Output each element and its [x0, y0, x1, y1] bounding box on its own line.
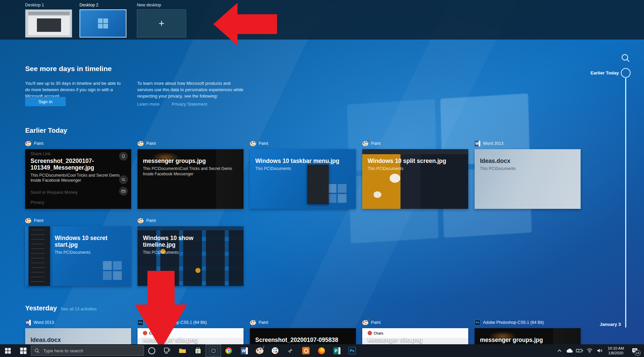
- word-icon: W: [475, 141, 480, 146]
- timeline-search-button[interactable]: [620, 53, 631, 65]
- paint-button[interactable]: [252, 344, 267, 357]
- task-view-icon: [164, 347, 170, 354]
- paint-icon: [255, 347, 264, 354]
- rail-january-3-label: January 3: [600, 322, 621, 327]
- privacy-statement-link[interactable]: Privacy Statement: [172, 102, 207, 107]
- photoshop-icon: Ps: [138, 320, 143, 325]
- new-desktop-button[interactable]: +: [137, 9, 186, 38]
- card-title: Screenshot_20200107-101349_Messenger.jpg: [31, 158, 126, 171]
- desktop-2-thumbnail[interactable]: [79, 9, 126, 38]
- task-view-button[interactable]: [159, 344, 175, 357]
- publisher-button[interactable]: P: [329, 344, 344, 357]
- card-decor-privacy: Privacy: [31, 200, 44, 205]
- search-input[interactable]: [43, 348, 140, 354]
- clock-date: 1/8/2020: [605, 351, 627, 355]
- taskbar: W ✂ P Ps: [0, 344, 644, 357]
- screenshot-app-icon: [302, 347, 310, 354]
- app-label: Paint: [259, 320, 268, 325]
- see-all-activities-link[interactable]: See all 13 activities: [61, 307, 97, 311]
- microsoft-store-button[interactable]: [190, 344, 206, 357]
- action-center-button[interactable]: 13: [627, 344, 642, 357]
- card-path: This PC\Documents: [255, 166, 351, 172]
- promo-title: See more days in timeline: [25, 65, 112, 73]
- paint-icon: [25, 140, 32, 146]
- photoshop-icon: Ps: [475, 320, 480, 325]
- pinned-windows-app-button[interactable]: [15, 344, 31, 357]
- windows-logo-icon: [5, 348, 11, 354]
- file-explorer-icon: [179, 348, 186, 354]
- activity-card[interactable]: Windows 10 split screen.jpg This PC\Docu…: [362, 149, 468, 209]
- card-path: This PC\Documents: [143, 250, 238, 255]
- screenshot-app-button[interactable]: [298, 344, 314, 357]
- file-explorer-button[interactable]: [175, 344, 190, 357]
- card-path: This PC\Documents\Cool Tricks and Secret…: [143, 166, 238, 177]
- paint-icon: [137, 140, 144, 146]
- activity-messenger-groups: Paint messenger groups.jpg This PC\Docum…: [138, 140, 244, 209]
- volume-button[interactable]: [595, 344, 604, 357]
- app-label: Paint: [146, 218, 156, 223]
- card-title: Windows 10 split screen.jpg: [368, 158, 463, 165]
- card-title: Screenshot_20200107-095838: [255, 337, 351, 344]
- activity-card[interactable]: Windows 10 taskbar menu.jpg This PC\Docu…: [250, 149, 356, 209]
- app-label: Word 2013: [34, 320, 54, 325]
- card-path: This PC\Documents: [368, 166, 463, 172]
- card-title: Ideas.docx: [480, 158, 575, 165]
- card-path: This PC\Documents: [480, 166, 575, 172]
- timeline-scrubber-handle[interactable]: [621, 68, 631, 78]
- card-path: This PC\Documents: [55, 250, 126, 255]
- photoshop-button[interactable]: Ps: [344, 344, 360, 357]
- card-decor-share-link: Share Link: [31, 152, 51, 156]
- app-label: Paint: [371, 320, 381, 325]
- card-title: Messenger site.png: [368, 337, 463, 344]
- tray-overflow-button[interactable]: [555, 344, 564, 357]
- desktop-1-label: Desktop 1: [25, 3, 44, 7]
- chrome-button[interactable]: [221, 344, 236, 357]
- cloud-icon: [566, 348, 573, 353]
- publisher-icon: P: [333, 347, 340, 354]
- photoshop-icon: Ps: [348, 347, 356, 354]
- activity-card[interactable]: Share Link Send or Request Money Privacy…: [25, 149, 131, 209]
- start-button[interactable]: [0, 344, 15, 357]
- word-button[interactable]: W: [236, 344, 252, 357]
- learn-more-link[interactable]: Learn more: [137, 102, 159, 107]
- rail-earlier-today-label: Earlier Today: [590, 70, 619, 75]
- slack-icon: [272, 347, 278, 354]
- desktop-1-thumbnail[interactable]: [25, 9, 72, 38]
- app-label: Paint: [146, 141, 156, 146]
- app-label: Paint: [371, 141, 381, 146]
- battery-button[interactable]: [575, 344, 584, 357]
- battery-icon: [576, 349, 583, 353]
- onedrive-button[interactable]: [565, 344, 574, 357]
- activity-secret-start: Paint Windows 10 secret start.jpg This P…: [25, 217, 131, 286]
- avatar-icon: [368, 331, 372, 335]
- app-label: Paint: [34, 141, 44, 146]
- desktop-2-label: Desktop 2: [79, 3, 98, 7]
- activity-card[interactable]: messenger groups.jpg This PC\Documents\C…: [138, 149, 244, 209]
- notification-count-badge: 13: [635, 350, 641, 356]
- paint-icon: [362, 319, 369, 325]
- scissors-icon: ✂: [286, 347, 294, 355]
- firefox-icon: [318, 347, 325, 354]
- app-label: Paint: [259, 141, 268, 146]
- plus-icon: +: [159, 18, 165, 29]
- card-decor-chats: Chats: [374, 331, 383, 335]
- slack-button[interactable]: [267, 344, 283, 357]
- card-path: This PC\Documents\Cool Tricks and Secret…: [31, 173, 126, 183]
- timeline-scrubber-track[interactable]: [625, 78, 626, 328]
- snipping-tool-button[interactable]: ✂: [283, 344, 298, 357]
- sign-in-button[interactable]: Sign in: [25, 97, 66, 106]
- activity-card[interactable]: Ideas.docx This PC\Documents: [475, 149, 581, 209]
- paint-icon: [25, 218, 32, 224]
- earlier-today-heading: Earlier Today: [25, 127, 67, 134]
- network-button[interactable]: [585, 344, 594, 357]
- active-app-button[interactable]: [206, 344, 221, 357]
- firefox-button[interactable]: [314, 344, 329, 357]
- taskbar-search-box[interactable]: [31, 346, 144, 356]
- app-label: Word 2013: [483, 141, 503, 146]
- clock-time: 10:10 AM: [605, 346, 627, 351]
- activity-card[interactable]: Windows 10 secret start.jpg This PC\Docu…: [25, 226, 131, 286]
- cortana-button[interactable]: [144, 344, 159, 357]
- taskbar-clock[interactable]: 10:10 AM 1/8/2020: [605, 346, 627, 356]
- activity-split-screen: Paint Windows 10 split screen.jpg This P…: [362, 140, 468, 209]
- chrome-icon: [225, 347, 232, 354]
